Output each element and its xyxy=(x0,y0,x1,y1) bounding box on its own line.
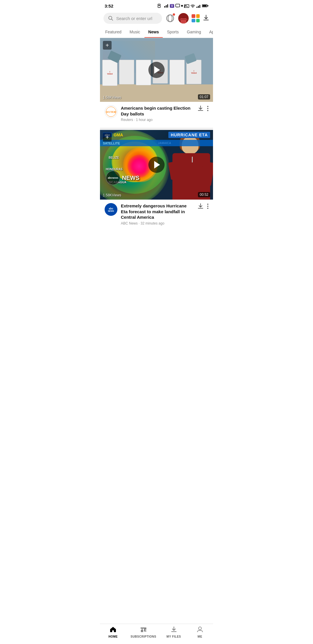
tab-sports[interactable]: Sports xyxy=(163,26,183,38)
play-button-1[interactable] xyxy=(148,62,165,78)
svg-point-8 xyxy=(192,7,193,8)
search-bar-wrapper: Search or enter url xyxy=(103,13,210,24)
add-to-list-button-1[interactable]: + xyxy=(103,41,112,50)
section-divider xyxy=(100,128,213,130)
video-views-1: 1.58KViews xyxy=(103,95,121,100)
cast-icon xyxy=(184,4,189,8)
download-video-2-button[interactable] xyxy=(197,203,204,211)
video-actions-1 xyxy=(197,105,208,113)
chart-icon xyxy=(164,4,169,8)
download-header-button[interactable] xyxy=(203,14,210,22)
svg-rect-5 xyxy=(176,4,180,7)
apps-grid[interactable] xyxy=(192,14,200,22)
apps-grid-red xyxy=(192,14,195,18)
battery-icon xyxy=(202,4,208,8)
video-item-1: IVoted IVoted IVoted + xyxy=(100,38,213,125)
video-source-time-2: ABC News · 32 minutes ago xyxy=(121,221,194,225)
status-time: 3:52 xyxy=(105,3,113,8)
svg-point-31 xyxy=(207,204,208,205)
svg-point-18 xyxy=(168,15,172,22)
svg-rect-1 xyxy=(159,5,160,6)
status-bar: 3:52 V xyxy=(100,0,213,10)
abc-logo-text: abc xyxy=(109,207,113,210)
download-icon-2 xyxy=(197,203,204,209)
svg-point-28 xyxy=(207,108,208,109)
signal-icon xyxy=(196,4,201,8)
abc-news-logo: abc NEWS NEWS xyxy=(106,171,139,185)
status-icons: V xyxy=(158,4,208,8)
video-info-1: REUTERS Americans begin casting Election… xyxy=(100,102,213,125)
tab-gaming[interactable]: Gaming xyxy=(183,26,205,38)
svg-rect-11 xyxy=(199,5,200,8)
apps-grid-blue xyxy=(192,19,195,23)
avatar-image xyxy=(178,13,189,23)
svg-rect-14 xyxy=(208,5,208,6)
booth-5 xyxy=(170,60,185,85)
svg-rect-9 xyxy=(196,7,197,8)
booth-1: IVoted xyxy=(102,60,117,86)
svg-rect-10 xyxy=(198,6,199,8)
opera-notification-dot xyxy=(172,13,175,16)
svg-point-17 xyxy=(167,15,174,22)
video-meta-1: Americans begin casting Election Day bal… xyxy=(121,105,194,122)
chat-icon xyxy=(175,4,180,8)
play-triangle-2 xyxy=(154,161,160,169)
video-meta-2: Extremely dangerous Hurricane Eta foreca… xyxy=(121,203,194,225)
apps-grid-orange xyxy=(196,14,200,18)
apps-grid-green xyxy=(196,19,200,23)
video-thumbnail-1[interactable]: IVoted IVoted IVoted + xyxy=(100,38,213,102)
svg-rect-4 xyxy=(167,4,168,8)
v-badge: V xyxy=(170,4,174,8)
tabs-container: Featured Music News Sports Gaming Apps xyxy=(100,26,213,38)
play-triangle-1 xyxy=(154,66,160,74)
video-views-2: 1.58KViews xyxy=(103,193,121,197)
download-video-icon xyxy=(197,105,204,112)
svg-rect-30 xyxy=(198,208,203,209)
tab-apps[interactable]: Apps xyxy=(205,26,213,38)
reuters-logo: REUTERS xyxy=(105,105,117,118)
tab-music[interactable]: Music xyxy=(125,26,144,38)
svg-rect-22 xyxy=(179,19,188,20)
video-title-2: Extremely dangerous Hurricane Eta foreca… xyxy=(121,203,194,220)
svg-point-32 xyxy=(207,206,208,207)
video-item-2: JAMAICA BELIZE HONDURAS NICARAGUA xyxy=(100,130,213,229)
search-bar-container: Search or enter url xyxy=(100,10,213,26)
video-duration-1: 01:07 xyxy=(198,94,210,100)
gma-banner: abc GMA HURRICANE ETA xyxy=(100,130,213,140)
search-icon xyxy=(108,16,113,21)
video-duration-2: 00:52 xyxy=(198,192,210,197)
svg-rect-2 xyxy=(164,6,165,8)
more-icon-2 xyxy=(207,203,208,209)
abc-circle: abc NEWS xyxy=(106,171,120,185)
svg-rect-3 xyxy=(166,5,167,8)
video-thumbnail-2[interactable]: JAMAICA BELIZE HONDURAS NICARAGUA xyxy=(100,130,213,200)
tab-featured[interactable]: Featured xyxy=(101,26,125,38)
svg-rect-13 xyxy=(203,5,207,7)
svg-text:REUTERS: REUTERS xyxy=(106,111,116,113)
abc-news-text: NEWS xyxy=(108,210,114,212)
booth-2 xyxy=(119,60,134,84)
wifi-icon xyxy=(190,4,195,8)
search-bar[interactable]: Search or enter url xyxy=(103,13,162,24)
video-title-1: Americans begin casting Election Day bal… xyxy=(121,105,194,117)
main-content: IVoted IVoted IVoted + xyxy=(100,38,213,254)
download-video-1-button[interactable] xyxy=(197,105,204,113)
more-options-2-button[interactable] xyxy=(207,203,208,210)
add-to-list-button-2[interactable]: + xyxy=(103,133,112,142)
svg-point-33 xyxy=(207,208,208,209)
video-actions-2 xyxy=(197,203,208,211)
gma-text: GMA xyxy=(114,133,123,137)
play-button-2[interactable] xyxy=(148,157,165,173)
dot-indicator xyxy=(181,5,183,7)
abc-logo: abc NEWS xyxy=(105,203,117,216)
more-icon xyxy=(207,106,208,111)
news-text: NEWS xyxy=(122,175,139,181)
tab-news[interactable]: News xyxy=(144,26,163,38)
more-options-1-button[interactable] xyxy=(207,106,208,113)
sim-icon xyxy=(158,4,163,8)
opera-icon[interactable] xyxy=(165,13,175,23)
video-info-2: abc NEWS Extremely dangerous Hurricane E… xyxy=(100,200,213,229)
download-icon xyxy=(203,14,210,21)
user-avatar[interactable] xyxy=(178,13,189,23)
svg-point-27 xyxy=(207,106,208,107)
